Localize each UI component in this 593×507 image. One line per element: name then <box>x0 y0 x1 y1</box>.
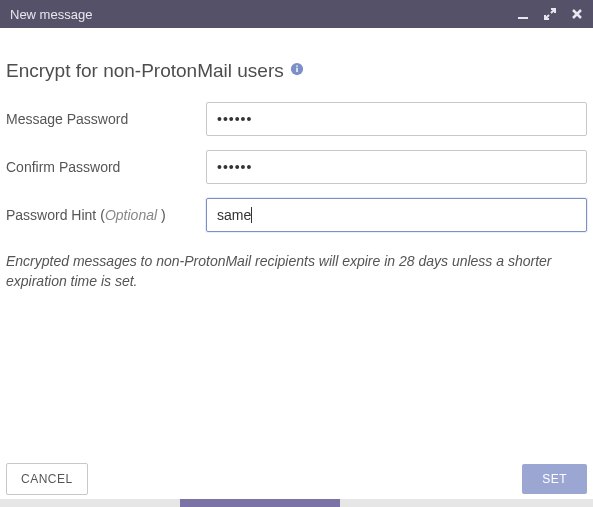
minimize-icon[interactable] <box>517 8 529 20</box>
label-password-hint: Password Hint (Optional ) <box>6 207 206 223</box>
svg-rect-0 <box>518 17 528 19</box>
text-caret <box>251 207 252 223</box>
expiration-note: Encrypted messages to non-ProtonMail rec… <box>6 252 587 291</box>
row-password-hint: Password Hint (Optional ) same <box>6 198 587 232</box>
row-confirm-password: Confirm Password <box>6 150 587 184</box>
window-title: New message <box>10 7 517 22</box>
bottom-seg-3 <box>340 499 593 507</box>
message-password-input[interactable] <box>206 102 587 136</box>
window-controls <box>517 7 583 21</box>
label-confirm-password: Confirm Password <box>6 159 206 175</box>
row-message-password: Message Password <box>6 102 587 136</box>
password-hint-input[interactable]: same <box>206 198 587 232</box>
cancel-button[interactable]: CANCEL <box>6 463 88 495</box>
confirm-password-input[interactable] <box>206 150 587 184</box>
heading-row: Encrypt for non-ProtonMail users <box>6 60 587 82</box>
bottom-seg-1 <box>0 499 180 507</box>
set-button[interactable]: SET <box>522 464 587 494</box>
bottom-seg-active <box>180 499 340 507</box>
bottom-tab-strip <box>0 499 593 507</box>
password-hint-value: same <box>217 207 251 223</box>
svg-rect-2 <box>296 68 297 72</box>
dialog-heading: Encrypt for non-ProtonMail users <box>6 60 284 82</box>
svg-rect-3 <box>296 65 297 66</box>
dialog-footer: CANCEL SET <box>0 463 593 495</box>
expand-icon[interactable] <box>543 7 557 21</box>
titlebar: New message <box>0 0 593 28</box>
close-icon[interactable] <box>571 8 583 20</box>
label-message-password: Message Password <box>6 111 206 127</box>
footer-buttons: CANCEL SET <box>6 463 587 495</box>
info-icon[interactable] <box>290 62 304 80</box>
dialog-body: Encrypt for non-ProtonMail users Message… <box>0 28 593 291</box>
